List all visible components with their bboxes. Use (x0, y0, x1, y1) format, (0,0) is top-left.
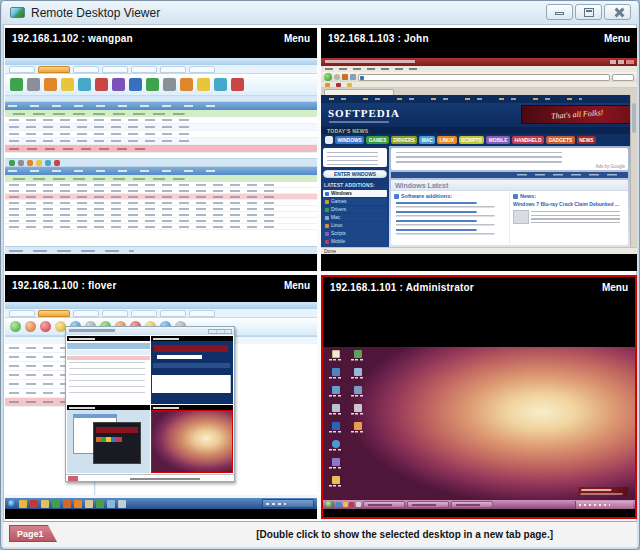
taskbar-icon (52, 500, 60, 508)
mini-xp-taskbar (323, 500, 635, 509)
softpedia-topbar (321, 95, 637, 103)
softpedia-main: Ads by Google Windows Latest Software ad… (389, 146, 630, 247)
software-item (394, 228, 506, 236)
tab-page1[interactable]: Page1 (9, 525, 57, 542)
category-icon (325, 200, 329, 204)
scrollbar-thumb (632, 103, 636, 133)
desktop-icon-label (351, 395, 364, 398)
mini-empty-area (5, 230, 317, 246)
sidebar-item: Mobile (323, 238, 387, 245)
remote-desktop-view-administrator[interactable] (323, 297, 635, 517)
desktop-icon-label (329, 377, 342, 380)
desktop-icon (349, 350, 366, 367)
nav-pill: GAMES (366, 136, 389, 144)
sidebar-item: Games (323, 198, 387, 205)
panel-menu-button[interactable]: Menu (604, 33, 630, 44)
mini-tab-strip (321, 88, 637, 95)
category-icon (325, 192, 329, 196)
taskbar-icons (19, 500, 126, 508)
desktop-icon-label (351, 359, 364, 362)
desktop-icon-glyph (354, 422, 362, 430)
mini-toolbar-icon (45, 160, 51, 166)
mini-ribbon-tab (102, 66, 128, 73)
software-additions-column: Software additions: (391, 191, 510, 245)
mini-toolbar-icon (197, 78, 210, 91)
desktop-icon-label (329, 467, 342, 470)
close-button[interactable] (604, 4, 631, 20)
desktop-icon-glyph (332, 386, 340, 394)
desktop-icon (349, 386, 366, 403)
desktop-icon (349, 368, 366, 385)
desktop-icon-glyph (354, 404, 362, 412)
nav-pill: LINUX (437, 136, 456, 144)
panel-menu-button[interactable]: Menu (284, 280, 310, 291)
taskbar-icon (118, 500, 126, 508)
remote-desktop-view-john[interactable]: SOFTPEDIA That's all Folks! TODAY'S NEWS… (321, 48, 637, 271)
mini-toolbar-icon (36, 160, 42, 166)
software-item (394, 201, 506, 209)
desktop-icon-glyph (332, 422, 340, 430)
mini-log-toolbar (5, 158, 317, 167)
desktop-icon-label (329, 449, 342, 452)
nav-pill: MAC (419, 136, 435, 144)
thumb-xp-desktop (323, 347, 635, 509)
nav-pill: SCRIPTS (459, 136, 485, 144)
mini-window (93, 422, 141, 464)
mini-browser-navbar (321, 72, 637, 82)
mini-toolbar-icon (214, 78, 227, 91)
mini-table-row (5, 131, 317, 138)
mini-toolbar-icon (27, 78, 40, 91)
nav-pill: DRIVERS (391, 136, 417, 144)
mini-selected-row (5, 145, 317, 153)
ad-box: Ads by Google (391, 148, 628, 170)
nested-monitoring-thumb (67, 341, 150, 404)
nested-viewer-titlebar (66, 327, 234, 335)
desktop-icon (327, 422, 344, 439)
mini-toolbar-icon (25, 321, 36, 332)
windows-latest-box: Windows Latest Software additions: News:… (391, 180, 628, 245)
category-icon (325, 216, 329, 220)
category-icon (325, 232, 329, 236)
mini-ribbon-tab (73, 66, 99, 73)
mini-ribbon-tab (9, 66, 35, 73)
category-icon (325, 224, 329, 228)
mini-ribbon-tabs (5, 309, 317, 318)
back-icon (324, 73, 332, 81)
desktop-icon (327, 476, 344, 493)
desktop-icon-glyph (354, 368, 362, 376)
maximize-button[interactable] (575, 4, 602, 20)
mini-toolbar-icon (54, 160, 60, 166)
category-icon (325, 240, 329, 244)
desktop-panel-192-168-1-103[interactable]: 192.168.1.103 : John Menu (321, 28, 637, 271)
remote-desktop-view-flover[interactable] (5, 295, 317, 519)
panel-menu-button[interactable]: Menu (602, 282, 628, 293)
taskbar-icon (41, 500, 49, 508)
desktop-panel-192-168-1-102[interactable]: 192.168.1.102 : wangpan Menu (5, 28, 317, 271)
minimize-button[interactable] (546, 4, 573, 20)
desktop-icon-glyph (332, 404, 340, 412)
desktop-panel-192-168-1-100[interactable]: 192.168.1.100 : flover Menu (5, 275, 317, 519)
system-tray (262, 499, 314, 508)
mini-toolbar-icon (44, 78, 57, 91)
desktop-panel-192-168-1-101[interactable]: 192.168.1.101 : Administrator Menu (321, 275, 637, 519)
news-thumbnail (513, 210, 529, 224)
mini-ribbon-tab (189, 66, 215, 73)
enter-windows-button: ENTER WINDOWS (323, 170, 387, 178)
panel-header: 192.168.1.103 : John Menu (321, 28, 637, 48)
software-item (394, 210, 506, 218)
remote-desktop-view-wangpan[interactable] (5, 48, 317, 271)
bookmark-icon (336, 83, 341, 87)
mini-toolbar (5, 74, 317, 96)
mini-ribbon-tab (73, 310, 99, 317)
mini-toolbar-icon (78, 78, 91, 91)
mini-ribbon-tab (160, 66, 186, 73)
desktop-icon-glyph (332, 440, 340, 448)
nested-panel (67, 336, 150, 404)
title-bar[interactable]: Remote Desktop Viewer (2, 1, 638, 24)
nested-page-tab (68, 476, 78, 481)
thumb-windows-desktop (5, 302, 317, 509)
mini-url-field (358, 74, 610, 81)
mini-log-rows (5, 182, 317, 230)
sidebar-item: Windows (323, 190, 387, 197)
panel-menu-button[interactable]: Menu (284, 33, 310, 44)
